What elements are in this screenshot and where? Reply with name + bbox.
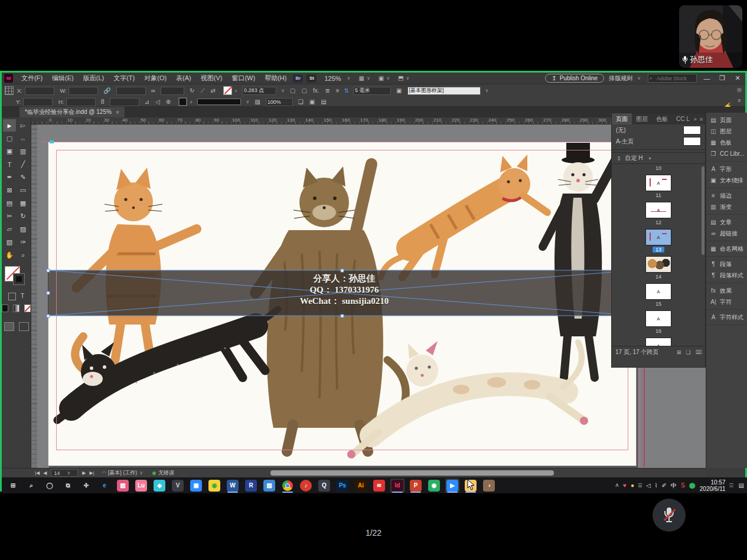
flip-v-icon[interactable]: ◁ (155, 99, 160, 105)
panel-tab-overflow-icons[interactable]: »≡ (694, 116, 705, 122)
panel-tab-4[interactable]: CC L (672, 113, 694, 125)
flip-h-icon[interactable]: ⊿ (145, 99, 149, 105)
taskbar-globe-app-icon[interactable]: ◉ (207, 479, 221, 493)
page-thumbnail-14[interactable] (645, 256, 671, 273)
tool-17[interactable]: ▱ (3, 223, 16, 235)
rail-item-渐变[interactable]: ▥渐变 (706, 201, 747, 212)
preflight-status[interactable]: 无错误 (152, 469, 174, 477)
arrange-docs-icon[interactable]: ⬒ (398, 75, 403, 81)
formatting-container-icon[interactable] (8, 293, 16, 300)
page-item-11[interactable]: A11 (612, 175, 705, 198)
rail-item-CC Libr...[interactable]: ❒CC Libr... (706, 148, 747, 159)
horizontal-ruler[interactable]: 0102030405060708090100110120130140150160… (31, 117, 706, 125)
constrain-link-icon[interactable]: 🔗 (103, 87, 110, 94)
stroke-type-select[interactable] (197, 99, 241, 105)
tray-pen[interactable]: ✐ (662, 482, 667, 489)
document-tab[interactable]: *临毕业经验分享会.indd @ 125% × (19, 107, 125, 117)
panel-tab-1[interactable]: 页面 (612, 113, 632, 125)
tool-6[interactable]: ▥ (17, 145, 30, 158)
tool-5[interactable]: ▣ (3, 145, 16, 158)
rail-item-描边[interactable]: ≡描边 (706, 190, 747, 201)
tray-yellow[interactable]: ● (631, 482, 634, 489)
tool-9[interactable]: ✒ (3, 171, 16, 184)
drop-shadow-icon[interactable]: ❏ (298, 99, 304, 105)
tool-13[interactable]: ▤ (3, 197, 16, 209)
taskbar-task-view-icon[interactable]: ⧉ (61, 479, 75, 493)
bridge-icon[interactable]: Br (293, 74, 303, 83)
align-center-icon[interactable]: ≡ (336, 87, 340, 94)
page-number-12[interactable]: 12 (655, 220, 661, 225)
rail-item-图层[interactable]: ◫图层 (706, 126, 747, 137)
taskbar-cortana-icon[interactable]: ◯ (43, 479, 57, 493)
page-number-16[interactable]: 16 (655, 328, 661, 334)
rail-item-命名网格[interactable]: ▦命名网格 (706, 243, 747, 254)
taskbar-blue-r-app-icon[interactable]: R (244, 479, 258, 493)
screen-mode-icon[interactable]: ▣ (379, 75, 384, 81)
page-item-16[interactable]: A16 (612, 310, 705, 334)
preflight-menu-icon[interactable]: ◠ (102, 470, 106, 476)
preflight-profile[interactable]: [基本] (工作) (108, 469, 138, 477)
new-page-button[interactable]: ❏ (686, 349, 691, 355)
corner-shape-icon[interactable]: ▢ (301, 87, 306, 94)
taskbar-dark-app-icon[interactable]: V (171, 479, 185, 493)
page-number-11[interactable]: 11 (655, 192, 661, 198)
restore-button[interactable]: ❐ (717, 74, 728, 82)
tray-expand[interactable]: ˄ (615, 482, 619, 489)
tool-11[interactable]: ⊠ (3, 184, 16, 197)
preview-view-button[interactable] (19, 322, 29, 331)
shear-icon[interactable]: ⟋ (200, 87, 204, 94)
page-item-15[interactable]: A15 (612, 283, 705, 307)
taskbar-search-icon[interactable]: ⌕ (24, 479, 38, 493)
tool-15[interactable]: ✂ (3, 210, 16, 222)
menu-1[interactable]: 文件(F) (17, 74, 47, 83)
chain-icon[interactable]: ∞ (151, 87, 155, 94)
taskbar-illustrator-icon[interactable]: Ai (354, 479, 368, 493)
opacity-field[interactable]: 100% (266, 98, 293, 106)
effects-icon[interactable]: fx. (313, 87, 319, 94)
align-left-icon[interactable]: ≣ (325, 87, 330, 94)
distribute-icon[interactable]: ⇅ (344, 87, 349, 94)
rail-item-文章[interactable]: ▤文章 (706, 217, 747, 228)
next-page-button[interactable]: ▶ (82, 470, 86, 476)
pages-scrollbar[interactable] (702, 166, 704, 255)
publish-online-button[interactable]: ↥ Publish Online (545, 74, 604, 83)
page-number-15[interactable]: 15 (655, 301, 661, 307)
h-input[interactable] (66, 98, 96, 106)
page-thumbnail-11[interactable]: A (645, 175, 671, 191)
page-thumbnail-15[interactable]: A (645, 283, 671, 300)
tool-1[interactable]: ► (3, 119, 16, 132)
tray-pink[interactable]: ♥ (623, 482, 627, 489)
page-thumbnail-12[interactable]: A (645, 202, 671, 218)
page-thumbnail-13[interactable]: A (645, 229, 671, 245)
corner-options-icon[interactable]: ▢ (290, 87, 295, 94)
taskbar-zoom-app-icon[interactable]: ▣ (189, 479, 203, 493)
taskbar-pinwheel-app-icon[interactable]: ✣ (79, 479, 93, 493)
tool-8[interactable]: ╱ (17, 158, 30, 171)
swatch-expand-icon[interactable]: › (235, 87, 237, 94)
rail-item-色板[interactable]: ▦色板 (706, 137, 747, 148)
tool-10[interactable]: ✎ (17, 171, 30, 184)
panel-collapse-icons[interactable]: ◎ ≡ (735, 87, 743, 103)
taskbar-teal-app-icon[interactable]: ◆ (152, 479, 167, 493)
fill-stroke-proxy[interactable] (5, 266, 28, 289)
webcam-tile[interactable]: 孙思佳 (679, 5, 742, 68)
taskbar-avatar-app-icon[interactable]: ◑ (482, 479, 496, 493)
taskbar-clock[interactable]: 10:57 2020/6/11 (700, 479, 726, 492)
wrap-none-icon[interactable]: ▣ (309, 99, 315, 105)
rail-item-段落[interactable]: ¶段落 (706, 258, 747, 270)
rail-item-效果[interactable]: fx效果 (706, 285, 747, 296)
page-number-select[interactable]: 14 ∨ (51, 469, 78, 477)
menu-8[interactable]: 窗口(W) (227, 74, 260, 83)
delete-page-button[interactable]: ⌧ (696, 349, 702, 355)
tray-volume[interactable]: ◁ (646, 482, 651, 489)
menu-9[interactable]: 帮助(H) (260, 74, 291, 83)
prev-page-button[interactable]: ◀ (43, 470, 47, 476)
tray-ime[interactable]: 中 (671, 482, 677, 490)
tool-2[interactable]: ▻ (17, 119, 30, 132)
taskbar-photoshop-icon[interactable]: Ps (335, 479, 350, 493)
apply-none-icon[interactable] (24, 304, 31, 312)
scale-x-input[interactable] (116, 87, 146, 95)
stroke-none-swatch[interactable] (223, 86, 232, 95)
frame-fitting-icon[interactable]: ▣ (396, 87, 402, 94)
taskbar-photos-app-icon[interactable]: ▧ (262, 479, 276, 493)
